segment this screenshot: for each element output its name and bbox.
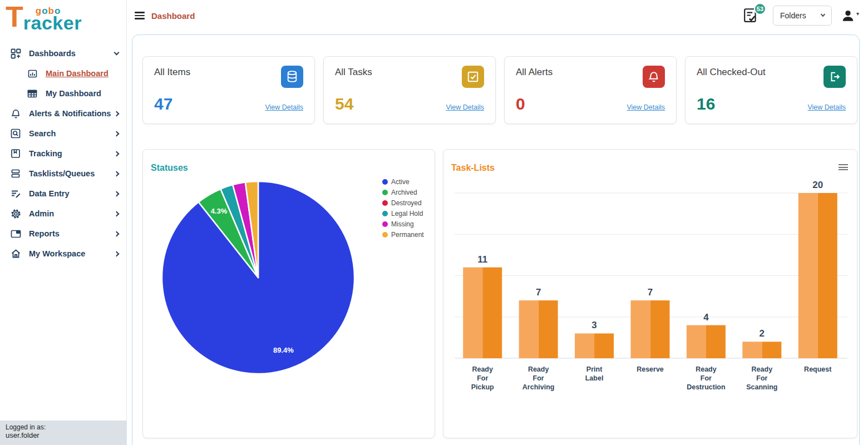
sidebar-item-admin[interactable]: Admin xyxy=(0,204,126,224)
main-panel: All Items 47 View Details All Tasks 54 V xyxy=(132,34,860,445)
chevron-right-icon xyxy=(114,191,120,196)
sidebar-item-label: Main Dashboard xyxy=(46,69,119,78)
svg-text:ReadyForDestruction: ReadyForDestruction xyxy=(687,365,725,391)
view-details-link[interactable]: View Details xyxy=(807,103,846,111)
chevron-right-icon xyxy=(114,251,120,256)
topbar: Dashboard 53 Folders ▾ xyxy=(127,0,868,32)
page-title: Dashboard xyxy=(151,11,195,21)
view-details-link[interactable]: View Details xyxy=(446,103,484,111)
card-value: 47 xyxy=(154,95,172,113)
legend-item[interactable]: Destroyed xyxy=(382,197,424,208)
sidebar-item-label: Alerts & Notifications xyxy=(29,109,115,118)
bell-icon xyxy=(10,108,21,119)
card-value: 0 xyxy=(516,95,525,113)
svg-text:Reserve: Reserve xyxy=(637,365,664,373)
logo-racker: racker xyxy=(23,15,82,31)
chevron-right-icon xyxy=(114,231,120,236)
chevron-right-icon xyxy=(114,171,120,176)
statuses-pie-chart: 89.4%4.3% xyxy=(147,155,381,406)
sidebar-item-my-dashboard[interactable]: My Dashboard xyxy=(0,83,126,103)
legend-dot xyxy=(382,211,388,216)
svg-text:20: 20 xyxy=(812,180,823,190)
sidebar-item-reports[interactable]: Reports xyxy=(0,224,126,244)
sidebar-item-label: Tracking xyxy=(29,149,115,158)
svg-text:11: 11 xyxy=(477,254,487,265)
legend-label: Legal Hold xyxy=(391,210,423,217)
svg-text:ReadyForPickup: ReadyForPickup xyxy=(471,365,494,391)
sidebar-item-label: Data Entry xyxy=(29,189,115,198)
legend-dot xyxy=(382,179,388,185)
legend-dot xyxy=(382,232,388,238)
notification-count-badge: 53 xyxy=(754,3,766,15)
legend-dot xyxy=(382,221,388,227)
folders-dropdown-label: Folders xyxy=(780,11,806,20)
menu-icon[interactable] xyxy=(135,12,145,19)
svg-text:Request: Request xyxy=(804,365,832,373)
all-alerts-card: All Alerts 0 View Details xyxy=(504,56,677,124)
check-square-icon xyxy=(462,66,484,88)
sidebar-item-label: My Workspace xyxy=(29,249,115,258)
pie-legend: ActiveArchivedDestroyedLegal HoldMissing… xyxy=(382,176,424,240)
svg-text:2: 2 xyxy=(760,328,765,339)
legend-item[interactable]: Active xyxy=(382,176,424,187)
svg-text:7: 7 xyxy=(536,287,541,298)
chevron-right-icon xyxy=(114,151,120,156)
card-value: 16 xyxy=(697,95,715,113)
svg-text:89.4%: 89.4% xyxy=(273,346,294,354)
logo-t: T xyxy=(6,3,23,30)
view-details-link[interactable]: View Details xyxy=(627,103,665,111)
sidebar-item-label: Dashboards xyxy=(29,49,115,58)
sidebar-menu: Dashboards Main Dashboard xyxy=(0,43,126,264)
sidebar-item-tracking[interactable]: Tracking xyxy=(0,144,126,164)
bell-icon xyxy=(643,66,665,88)
svg-text:4.3%: 4.3% xyxy=(211,207,228,215)
database-icon xyxy=(281,66,303,88)
legend-dot xyxy=(382,200,388,206)
sidebar-item-tasklists-queues[interactable]: Tasklists/Queues xyxy=(0,164,126,184)
app-logo[interactable]: T gobo racker xyxy=(0,0,126,36)
sidebar-item-search[interactable]: Search xyxy=(0,123,126,144)
logged-in-footer: Logged in as: user.folder xyxy=(0,421,127,445)
folders-dropdown[interactable]: Folders xyxy=(773,6,832,26)
all-tasks-card: All Tasks 54 View Details xyxy=(323,56,496,124)
view-details-link[interactable]: View Details xyxy=(265,103,303,111)
logged-in-as-label: Logged in as: xyxy=(6,423,121,431)
tasklists-chart-title: Task-Lists xyxy=(451,163,495,173)
legend-item[interactable]: Archived xyxy=(382,187,424,197)
chevron-down-icon xyxy=(114,50,120,55)
chart-context-menu-icon[interactable] xyxy=(839,164,848,171)
sidebar-item-label: Admin xyxy=(29,209,115,218)
chevron-right-icon xyxy=(114,111,120,116)
legend-item[interactable]: Legal Hold xyxy=(382,208,424,219)
stacked-queues-icon xyxy=(10,168,21,179)
tasklist-notifications-button[interactable]: 53 xyxy=(743,6,760,25)
all-items-card: All Items 47 View Details xyxy=(142,56,315,124)
legend-dot xyxy=(382,190,388,195)
caret-down-icon: ▾ xyxy=(856,11,859,17)
sidebar-item-alerts-notifications[interactable]: Alerts & Notifications xyxy=(0,103,126,123)
sidebar-item-label: Tasklists/Queues xyxy=(29,169,115,178)
chevron-right-icon xyxy=(114,211,120,216)
chevron-right-icon xyxy=(114,131,120,136)
tasklists-bar-chart: 11ReadyForPickup7ReadyForArchiving3Print… xyxy=(451,177,849,431)
sidebar-item-main-dashboard[interactable]: Main Dashboard xyxy=(0,63,126,83)
user-menu-button[interactable]: ▾ xyxy=(841,8,859,23)
legend-label: Permanent xyxy=(391,231,424,239)
data-entry-icon xyxy=(10,188,21,199)
sidebar-item-dashboards[interactable]: Dashboards xyxy=(0,43,126,63)
svg-text:ReadyForScanning: ReadyForScanning xyxy=(746,365,777,391)
legend-item[interactable]: Missing xyxy=(382,219,424,229)
sidebar-item-label: Reports xyxy=(29,229,115,238)
sidebar-item-data-entry[interactable]: Data Entry xyxy=(0,184,126,204)
card-value: 54 xyxy=(335,95,353,113)
table-icon xyxy=(27,88,38,99)
home-icon xyxy=(10,248,21,259)
app-root: T gobo racker Dashboards xyxy=(0,0,868,445)
statuses-chart-card: Statuses 89.4%4.3% ActiveArchivedDestroy… xyxy=(142,149,435,438)
chevron-down-icon xyxy=(821,12,825,17)
svg-text:ReadyForArchiving: ReadyForArchiving xyxy=(522,365,555,391)
logged-in-username: user.folder xyxy=(6,431,121,439)
sidebar-item-my-workspace[interactable]: My Workspace xyxy=(0,244,126,264)
sidebar: T gobo racker Dashboards xyxy=(0,0,127,445)
legend-item[interactable]: Permanent xyxy=(382,229,424,240)
